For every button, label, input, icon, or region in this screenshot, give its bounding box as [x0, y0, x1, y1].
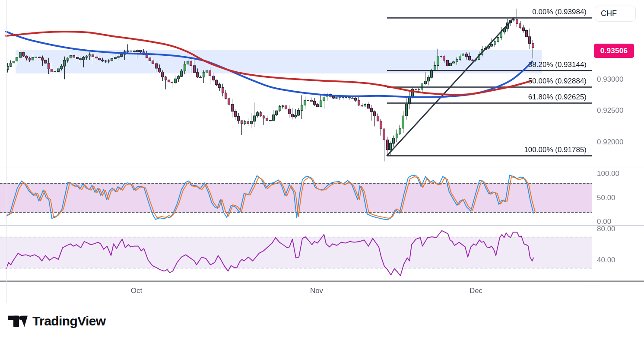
currency-toggle-button[interactable]: CHF: [595, 6, 636, 22]
tradingview-logo-text: TradingView: [32, 314, 106, 328]
fib-level-label: 38.20% (0.93144): [528, 61, 587, 69]
price-tick: 0.93000: [597, 75, 623, 84]
last-price-badge: 0.93506: [594, 44, 634, 58]
rsi-tick: 40.00: [597, 256, 615, 265]
rsi-tick: 80.00: [597, 225, 615, 233]
fib-level-label: 0.00% (0.93984): [532, 8, 587, 16]
stochastic-tick: 100.00: [597, 169, 619, 178]
month-label: Oct: [124, 287, 149, 295]
fib-level-label: 61.80% (0.92625): [528, 93, 587, 102]
price-tick: 0.92500: [597, 106, 623, 115]
fib-level-label: 100.00% (0.91785): [524, 146, 587, 154]
tradingview-logo-icon: [8, 316, 28, 327]
tradingview-logo[interactable]: TradingView: [8, 314, 106, 328]
fib-level-label: 50.00% (0.92884): [528, 77, 587, 86]
price-tick: 0.92000: [597, 138, 623, 147]
month-label: Dec: [463, 287, 489, 295]
month-label: Nov: [304, 287, 330, 295]
stochastic-tick: 50.00: [597, 194, 615, 202]
chart-root: 0.00% (0.93984)38.20% (0.93144)50.00% (0…: [0, 0, 644, 341]
